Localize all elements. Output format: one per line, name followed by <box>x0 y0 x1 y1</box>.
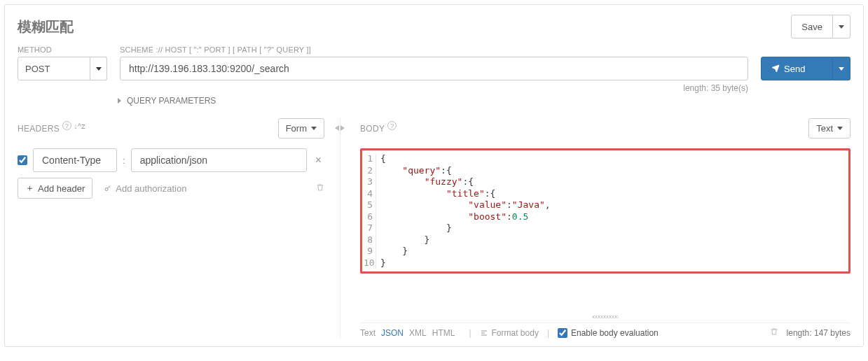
resize-handle[interactable] <box>360 316 850 318</box>
code-content: { "query":{ "fuzzy":{ "title":{ "value":… <box>376 153 551 269</box>
method-select[interactable]: POST <box>18 57 107 80</box>
query-parameters-label: QUERY PARAMETERS <box>127 96 216 106</box>
headers-pane: HEADERS ? ↓ᴬᴢ Form : × ＋ Add heade <box>18 118 340 338</box>
format-body-button[interactable]: Format body <box>480 328 539 338</box>
save-dropdown-button[interactable] <box>833 15 850 38</box>
caret-right-icon <box>118 98 121 104</box>
url-label: SCHEME :// HOST [ ":" PORT ] [ PATH [ "?… <box>120 45 748 54</box>
url-input[interactable] <box>120 57 748 80</box>
url-length: length: 35 byte(s) <box>120 83 748 93</box>
header-value-input[interactable] <box>131 148 307 172</box>
body-editor[interactable]: 12345678910 { "query":{ "fuzzy":{ "title… <box>360 148 850 274</box>
headers-mode-value: Form <box>286 123 307 134</box>
header-row: : × <box>18 148 324 172</box>
request-title: 模糊匹配 <box>18 17 791 36</box>
body-mode-select[interactable]: Text <box>808 118 850 139</box>
remove-header-button[interactable]: × <box>312 154 324 167</box>
send-label: Send <box>784 64 805 74</box>
body-label: BODY <box>360 124 385 134</box>
add-authorization-button[interactable]: Add authorization <box>104 183 186 194</box>
chevron-down-icon <box>837 127 843 130</box>
body-mode-xml[interactable]: XML <box>409 328 427 338</box>
enable-body-eval-toggle[interactable]: Enable body evaluation <box>558 328 659 338</box>
enable-body-eval-checkbox[interactable] <box>558 328 567 338</box>
body-mode-text[interactable]: Text <box>360 328 376 338</box>
body-format-modes: TextJSONXMLHTML <box>360 328 460 338</box>
save-button-group: Save <box>791 15 850 38</box>
send-button[interactable]: Send <box>761 57 833 80</box>
chevron-down-icon <box>839 25 844 29</box>
body-pane: BODY ? Text 12345678910 { "query":{ "fuz… <box>340 118 850 338</box>
body-mode-html[interactable]: HTML <box>432 328 455 338</box>
body-mode-json[interactable]: JSON <box>381 328 404 338</box>
trash-icon[interactable] <box>770 327 778 338</box>
chevron-down-icon <box>311 127 317 130</box>
plus-icon: ＋ <box>25 182 34 194</box>
header-enabled-checkbox[interactable] <box>18 155 27 165</box>
sort-icon[interactable]: ↓ᴬᴢ <box>74 122 85 131</box>
header-name-input[interactable] <box>33 148 117 172</box>
body-mode-value: Text <box>816 123 833 134</box>
pane-collapse-handle[interactable] <box>334 122 345 133</box>
query-parameters-toggle[interactable]: QUERY PARAMETERS <box>118 96 850 106</box>
format-icon <box>480 329 488 337</box>
headers-label: HEADERS <box>18 124 60 134</box>
colon: : <box>123 155 125 166</box>
send-icon <box>771 64 780 73</box>
key-icon <box>104 184 112 192</box>
trash-icon[interactable] <box>316 183 324 194</box>
line-gutter: 12345678910 <box>364 153 376 269</box>
headers-mode-select[interactable]: Form <box>278 118 324 139</box>
chevron-down-icon <box>839 67 844 71</box>
chevron-down-icon <box>96 67 102 71</box>
add-header-button[interactable]: ＋ Add header <box>18 178 92 199</box>
method-label: METHOD <box>18 45 107 54</box>
save-button[interactable]: Save <box>791 15 833 38</box>
method-value: POST <box>25 64 50 74</box>
send-dropdown-button[interactable] <box>833 57 850 80</box>
help-icon[interactable]: ? <box>387 121 397 130</box>
help-icon[interactable]: ? <box>62 121 71 130</box>
body-length: length: 147 bytes <box>787 328 850 338</box>
request-panel: 模糊匹配 Save METHOD SCHEME :// HOST [ ":" P… <box>4 4 864 347</box>
